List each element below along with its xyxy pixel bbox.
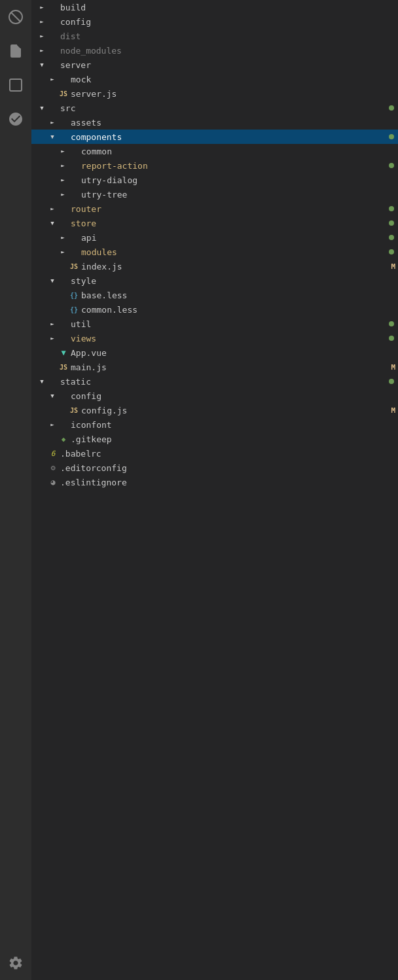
item-label: api xyxy=(81,233,393,243)
tree-item-node_modules[interactable]: ► node_modules xyxy=(31,43,398,58)
item-label: server.js xyxy=(71,89,393,99)
tree-item-build[interactable]: ► build xyxy=(31,0,398,14)
tree-item-assets[interactable]: ► assets xyxy=(31,115,398,130)
item-label: .babelrc xyxy=(60,449,393,459)
tree-item-mock[interactable]: ► mock xyxy=(31,72,398,86)
git-dot-badge xyxy=(389,206,394,211)
arrow-icon: ► xyxy=(58,234,68,241)
item-label: index.js xyxy=(81,262,393,271)
tree-item-iconfont[interactable]: ► iconfont xyxy=(31,417,398,432)
arrow-icon: ► xyxy=(37,4,47,10)
git-dot-badge xyxy=(389,379,394,384)
item-label: static xyxy=(60,377,393,387)
arrow-icon: ► xyxy=(58,177,68,183)
item-label: src xyxy=(60,103,393,113)
arrow-icon: ► xyxy=(37,18,47,25)
git-dot-badge xyxy=(389,235,394,240)
tree-item-router[interactable]: ► router xyxy=(31,201,398,216)
item-label: .editorconfig xyxy=(60,463,393,473)
tree-item-store[interactable]: ▼ store xyxy=(31,216,398,230)
item-label: report-action xyxy=(81,161,393,171)
git-dot-badge xyxy=(389,336,394,341)
no-icon[interactable] xyxy=(4,5,27,29)
item-label: views xyxy=(71,334,393,343)
item-label: store xyxy=(71,219,393,228)
tree-item-components[interactable]: ▼ components xyxy=(31,130,398,144)
item-label: config xyxy=(60,17,393,27)
tree-item-modules[interactable]: ► modules xyxy=(31,245,398,259)
tree-item-index.js[interactable]: JS index.js M xyxy=(31,259,398,273)
git-dot-badge xyxy=(389,220,394,226)
arrow-icon: ▼ xyxy=(47,393,58,399)
tree-item-base.less[interactable]: {} base.less xyxy=(31,288,398,302)
arrow-icon: ▼ xyxy=(37,378,47,385)
tree-item-common.less[interactable]: {} common.less xyxy=(31,302,398,317)
git-m-badge: M xyxy=(391,406,395,415)
tree-item-utry-tree[interactable]: ► utry-tree xyxy=(31,187,398,201)
item-label: base.less xyxy=(81,290,393,300)
item-label: .gitkeep xyxy=(71,434,393,444)
tree-item-.eslintignore[interactable]: ◕ .eslintignore xyxy=(31,475,398,489)
tree-item-dist[interactable]: ► dist xyxy=(31,29,398,43)
arrow-icon: ► xyxy=(47,321,58,327)
tree-item-api[interactable]: ► api xyxy=(31,230,398,245)
arrow-icon: ► xyxy=(47,205,58,212)
arrow-icon: ▼ xyxy=(37,61,47,68)
files-icon[interactable] xyxy=(4,39,27,63)
item-label: utry-dialog xyxy=(81,175,393,185)
item-label: modules xyxy=(81,247,393,257)
tree-item-main.js[interactable]: JS main.js M xyxy=(31,360,398,374)
item-label: build xyxy=(60,3,393,12)
tree-item-style[interactable]: ▼ style xyxy=(31,273,398,288)
git-dot-badge xyxy=(389,249,394,254)
file-icon-vue: ▼ xyxy=(58,348,69,357)
tree-container: ► build ► config ► dist ► node_modules ▼… xyxy=(31,0,398,489)
source-control-icon[interactable] xyxy=(4,73,27,97)
item-label: node_modules xyxy=(60,46,393,56)
file-icon-babel: 6 xyxy=(47,449,59,458)
tree-item-server[interactable]: ▼ server xyxy=(31,58,398,72)
tree-item-config[interactable]: ► config xyxy=(31,14,398,29)
git-m-badge: M xyxy=(391,262,395,271)
arrow-icon: ► xyxy=(58,162,68,169)
git-dot-badge xyxy=(389,163,394,168)
arrow-icon: ▼ xyxy=(47,277,58,284)
tree-item-report-action[interactable]: ► report-action xyxy=(31,158,398,173)
tree-item-App.vue[interactable]: ▼ App.vue xyxy=(31,345,398,360)
docker-icon[interactable] xyxy=(4,107,27,131)
file-icon-js: JS xyxy=(58,90,69,97)
settings-icon[interactable] xyxy=(4,951,27,975)
activity-bar xyxy=(0,0,31,980)
tree-item-config.js[interactable]: JS config.js M xyxy=(31,403,398,417)
arrow-icon: ► xyxy=(47,421,58,428)
arrow-icon: ▼ xyxy=(47,133,58,140)
file-icon-js: JS xyxy=(68,263,80,270)
tree-item-utry-dialog[interactable]: ► utry-dialog xyxy=(31,173,398,187)
tree-item-static[interactable]: ▼ static xyxy=(31,374,398,389)
tree-item-.gitkeep[interactable]: ◆ .gitkeep xyxy=(31,432,398,446)
activity-bar-bottom xyxy=(4,951,27,980)
tree-item-util[interactable]: ► util xyxy=(31,317,398,331)
item-label: App.vue xyxy=(71,348,393,358)
arrow-icon: ► xyxy=(58,148,68,154)
tree-item-common[interactable]: ► common xyxy=(31,144,398,158)
item-label: .eslintignore xyxy=(60,478,393,487)
file-icon-js: JS xyxy=(68,407,80,414)
arrow-icon: ► xyxy=(58,191,68,198)
tree-item-config2[interactable]: ▼ config xyxy=(31,389,398,403)
arrow-icon: ► xyxy=(47,119,58,126)
git-dot-badge xyxy=(389,321,394,326)
item-label: components xyxy=(71,132,393,142)
tree-item-views[interactable]: ► views xyxy=(31,331,398,345)
file-icon-less: {} xyxy=(68,306,80,313)
item-label: iconfont xyxy=(71,420,393,430)
svg-rect-2 xyxy=(10,79,22,91)
file-icon-less: {} xyxy=(68,292,80,299)
tree-item-.editorconfig[interactable]: ⚙ .editorconfig xyxy=(31,461,398,475)
tree-item-.babelrc[interactable]: 6 .babelrc xyxy=(31,446,398,461)
arrow-icon: ► xyxy=(58,249,68,255)
tree-item-server.js[interactable]: JS server.js xyxy=(31,86,398,101)
git-dot-badge xyxy=(389,134,394,139)
item-label: assets xyxy=(71,118,393,128)
tree-item-src[interactable]: ▼ src xyxy=(31,101,398,115)
